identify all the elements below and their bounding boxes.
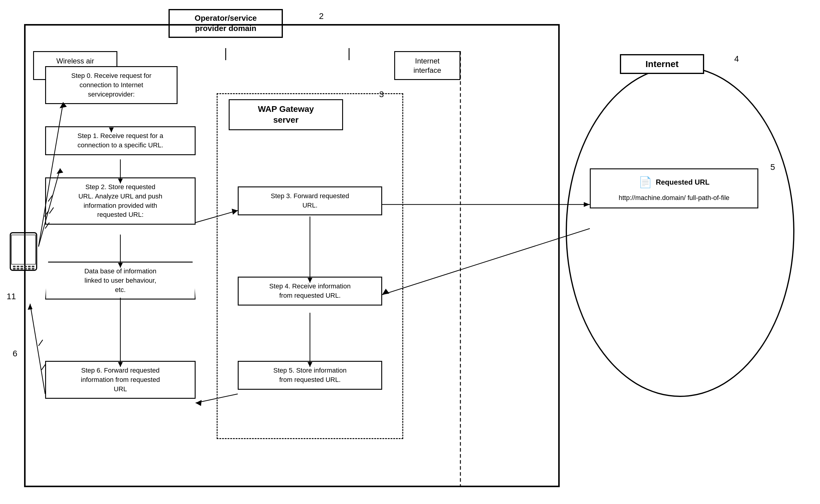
step1-box: Step 1. Receive request for a connection… — [45, 126, 196, 155]
svg-rect-2 — [13, 266, 16, 267]
label-6: 6 — [13, 349, 17, 358]
step5-box: Step 5. Store information from requested… — [238, 361, 382, 390]
label-4: 4 — [734, 54, 739, 64]
svg-rect-8 — [13, 268, 16, 269]
svg-rect-1 — [11, 235, 35, 264]
svg-rect-6 — [28, 266, 31, 267]
svg-rect-3 — [17, 266, 20, 267]
label-2: 2 — [319, 11, 324, 21]
wap-gateway-label: WAP Gateway server — [229, 99, 343, 130]
svg-rect-11 — [24, 268, 27, 269]
step4-box: Step 4. Receive information from request… — [238, 277, 382, 306]
internet-label: Internet — [620, 54, 704, 74]
step6-box: Step 6. Forward requested information fr… — [45, 361, 196, 399]
svg-rect-9 — [17, 268, 20, 269]
step0-box: Step 0. Receive request for connection t… — [45, 66, 177, 104]
diagram-container: { "diagram": { "title": "WAP Gateway Dia… — [0, 0, 820, 504]
url-box: 📄 Requested URL http://machine.domain/ f… — [590, 168, 758, 208]
svg-rect-0 — [10, 233, 37, 270]
step3-box: Step 3. Forward requested URL. — [238, 186, 382, 215]
internet-oval — [566, 66, 794, 397]
svg-rect-10 — [20, 268, 23, 269]
step2-box: Step 2. Store requested URL. Analyze URL… — [45, 177, 196, 225]
label-5: 5 — [770, 162, 775, 172]
svg-rect-7 — [32, 266, 35, 267]
svg-rect-13 — [32, 268, 35, 269]
svg-rect-4 — [20, 266, 23, 267]
mobile-device — [8, 232, 39, 274]
svg-rect-5 — [24, 266, 27, 267]
document-icon: 📄 — [639, 174, 652, 190]
svg-rect-12 — [28, 268, 31, 269]
internet-interface-box: Internet interface — [394, 51, 461, 80]
label-11: 11 — [7, 292, 16, 301]
database-box: Data base of information linked to user … — [45, 262, 196, 300]
